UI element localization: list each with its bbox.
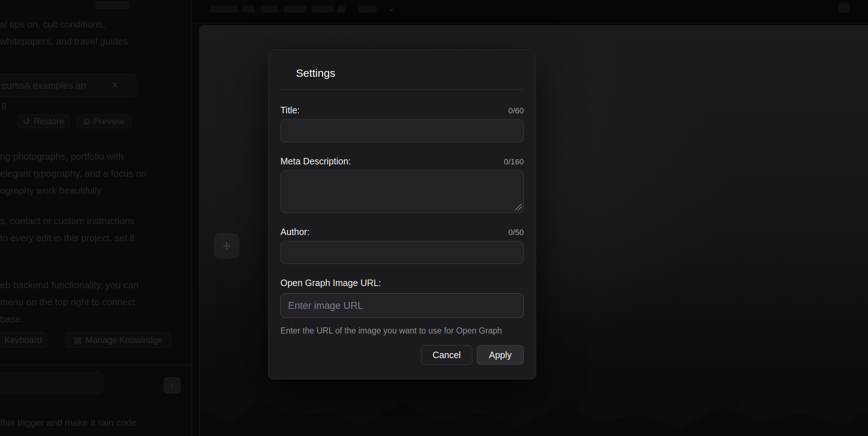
topbar-menu-item[interactable] [261,5,278,13]
og-image-url-input[interactable] [280,293,524,318]
preview-icon: ⧉ [84,116,90,126]
apply-button[interactable]: Apply [477,345,524,365]
preview-label: Preview [93,116,124,126]
sidebar-top-pill [95,1,130,9]
plus-button[interactable]: + [214,233,239,259]
settings-modal: Settings Title: 0/60 Meta Description: 0… [268,49,536,380]
topbar-menu-item[interactable] [210,5,238,13]
app-root: al tips on, cult conditions, whitepapers… [0,0,868,436]
meta-description-textarea[interactable] [280,170,524,213]
keyboard-label: Keyboard [4,335,42,345]
chat-message-line: whitepapers, and travel guides [0,35,128,47]
title-input[interactable] [280,119,524,142]
chat-message-line: g [1,98,7,111]
resize-grip-icon[interactable] [516,204,522,210]
restore-label: Restore [34,116,64,126]
author-input[interactable] [280,241,524,264]
topbar-right-icon[interactable] [838,3,850,13]
topbar: ⌄ [192,0,868,24]
topbar-menu-item[interactable] [337,5,345,13]
og-image-url-label: Open Graph Image URL: [280,278,381,288]
settings-form: Title: 0/60 Meta Description: 0/160 Auth… [268,105,536,365]
modal-divider [280,89,524,90]
chat-message-line: ography work beautifully [0,184,101,197]
keyboard-button[interactable]: Keyboard [0,332,47,348]
chat-message-line: eb backend functionality, you can [0,279,139,291]
manage-knowledge-button[interactable]: ▤ Manage Knowledge [65,332,171,348]
chat-message-line: elegant typography, and a focus on [0,167,146,180]
chat-message-line: al tips on, cult conditions, [0,18,105,30]
modal-button-row: Cancel Apply [280,345,524,365]
cancel-button[interactable]: Cancel [421,345,472,365]
send-button[interactable]: ↑ [164,377,180,393]
chat-message-line: s, contact or custom instructions [0,215,134,227]
topbar-menu-item[interactable] [243,5,255,13]
author-char-counter: 0/50 [508,228,524,237]
sidebar-divider [0,365,192,365]
chat-message-line: base [0,313,20,325]
author-label: Author: [280,227,310,237]
manage-knowledge-label: Manage Knowledge [85,335,162,345]
chat-input[interactable] [0,372,103,394]
plus-icon: + [222,238,231,254]
version-card: curtisA examples an ✕ [0,74,136,97]
chat-message-line: this trigger and make it rain code [0,416,137,429]
og-image-helper-text: Enter the URL of the image you want to u… [280,326,524,336]
chat-message-line: menu on the top right to connect [0,296,135,308]
knowledge-icon: ▤ [74,335,82,345]
send-icon: ↑ [170,380,174,390]
meta-description-label: Meta Description: [280,156,351,167]
preview-button[interactable]: ⧉ Preview [77,114,131,128]
restore-button[interactable]: ↺ Restore [17,114,70,128]
version-card-text: curtisA examples an [2,79,86,92]
title-char-counter: 0/60 [508,106,524,116]
close-icon[interactable]: ✕ [111,79,118,91]
chat-message-line: ng photographs, portfolio with [0,150,124,163]
topbar-menu-item[interactable] [284,5,307,13]
chevron-down-icon[interactable]: ⌄ [388,3,395,13]
chat-sidebar: al tips on, cult conditions, whitepapers… [0,0,192,436]
chat-message-line: to every edit in this project, set it [0,232,134,244]
title-label: Title: [280,105,300,116]
topbar-menu-item[interactable] [359,5,377,13]
topbar-menu-item[interactable] [312,5,333,13]
modal-title: Settings [296,67,524,79]
meta-description-char-counter: 0/160 [504,157,524,167]
restore-icon: ↺ [23,116,30,126]
